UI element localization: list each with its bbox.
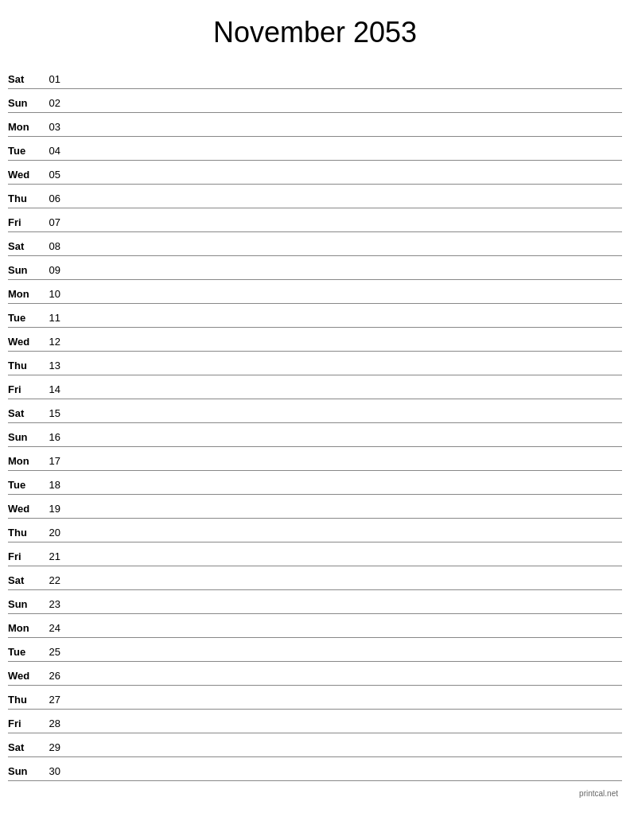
calendar-row: Sat08 [8,232,622,256]
day-name: Thu [8,527,40,540]
day-number: 16 [40,431,64,445]
day-number: 21 [40,550,64,564]
day-name: Fri [8,550,40,564]
day-name: Mon [8,288,40,301]
calendar-row: Wed12 [8,328,622,352]
day-name: Fri [8,383,40,397]
day-name: Sat [8,73,40,87]
day-name: Sun [8,264,40,278]
calendar-row: Mon24 [8,614,622,638]
day-number: 22 [40,574,64,588]
day-number: 15 [40,407,64,421]
day-number: 18 [40,479,64,492]
day-number: 05 [40,169,64,182]
calendar-row: Wed19 [8,495,622,519]
day-number: 26 [40,670,64,683]
day-number: 17 [40,455,64,469]
day-number: 06 [40,192,64,206]
day-number: 08 [40,240,64,254]
day-name: Mon [8,622,40,636]
day-name: Thu [8,360,40,373]
day-number: 23 [40,598,64,612]
day-name: Thu [8,694,40,707]
day-number: 27 [40,694,64,707]
calendar-row: Mon03 [8,113,622,137]
day-name: Mon [8,121,40,134]
day-number: 30 [40,765,64,779]
day-name: Wed [8,336,40,349]
day-number: 10 [40,288,64,301]
calendar-row: Thu13 [8,352,622,375]
calendar-row: Fri21 [8,542,622,566]
day-name: Sun [8,598,40,612]
day-name: Sun [8,97,40,111]
calendar-row: Wed05 [8,161,622,185]
calendar-row: Thu20 [8,519,622,542]
day-name: Tue [8,646,40,659]
day-name: Fri [8,718,40,731]
day-number: 02 [40,97,64,111]
calendar-row: Sat01 [8,65,622,89]
footer-text: printcal.net [8,789,622,798]
day-number: 01 [40,73,64,87]
calendar-row: Sun30 [8,757,622,781]
day-name: Sun [8,765,40,779]
calendar-row: Thu27 [8,686,622,710]
day-number: 03 [40,121,64,134]
day-number: 04 [40,145,64,158]
calendar-row: Thu06 [8,185,622,208]
calendar-row: Fri28 [8,710,622,733]
calendar-grid: Sat01Sun02Mon03Tue04Wed05Thu06Fri07Sat08… [8,65,622,781]
day-number: 12 [40,336,64,349]
calendar-row: Tue25 [8,638,622,662]
calendar-row: Fri14 [8,375,622,399]
day-name: Fri [8,216,40,230]
calendar-row: Sat22 [8,566,622,590]
day-name: Tue [8,479,40,492]
calendar-row: Mon10 [8,280,622,304]
day-number: 25 [40,646,64,659]
day-number: 20 [40,527,64,540]
day-name: Tue [8,145,40,158]
day-number: 28 [40,718,64,731]
day-number: 24 [40,622,64,636]
day-number: 11 [40,312,64,325]
day-number: 29 [40,741,64,755]
day-name: Wed [8,169,40,182]
calendar-row: Sun23 [8,590,622,614]
calendar-row: Wed26 [8,662,622,686]
calendar-row: Tue04 [8,137,622,161]
day-number: 07 [40,216,64,230]
day-number: 09 [40,264,64,278]
calendar-row: Sat15 [8,399,622,423]
day-name: Mon [8,455,40,469]
calendar-row: Sun09 [8,256,622,280]
calendar-row: Tue18 [8,471,622,495]
day-number: 14 [40,383,64,397]
calendar-row: Sun16 [8,423,622,447]
calendar-row: Sat29 [8,733,622,757]
day-name: Tue [8,312,40,325]
calendar-row: Tue11 [8,304,622,328]
day-name: Wed [8,670,40,683]
day-name: Sat [8,574,40,588]
page-title: November 2053 [8,16,622,49]
day-number: 13 [40,360,64,373]
day-name: Wed [8,503,40,516]
day-name: Sat [8,240,40,254]
day-name: Sat [8,407,40,421]
calendar-row: Fri07 [8,208,622,232]
day-number: 19 [40,503,64,516]
calendar-row: Mon17 [8,447,622,471]
day-name: Sun [8,431,40,445]
day-name: Sat [8,741,40,755]
day-name: Thu [8,192,40,206]
calendar-row: Sun02 [8,89,622,113]
